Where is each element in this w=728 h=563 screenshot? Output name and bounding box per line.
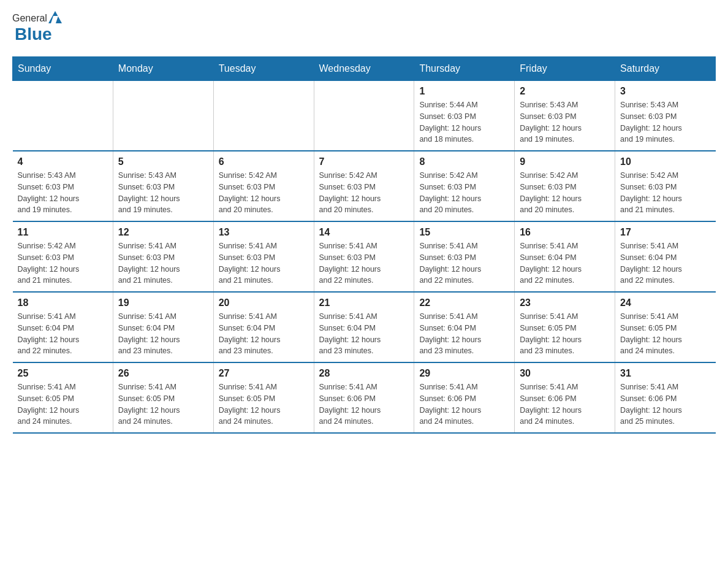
calendar-cell: 25Sunrise: 5:41 AM Sunset: 6:05 PM Dayli… (13, 362, 113, 433)
calendar-cell: 20Sunrise: 5:41 AM Sunset: 6:04 PM Dayli… (213, 292, 314, 362)
week-row-2: 4Sunrise: 5:43 AM Sunset: 6:03 PM Daylig… (13, 151, 716, 221)
day-info: Sunrise: 5:41 AM Sunset: 6:03 PM Dayligh… (319, 240, 409, 286)
day-info: Sunrise: 5:41 AM Sunset: 6:04 PM Dayligh… (118, 311, 208, 357)
calendar-cell: 4Sunrise: 5:43 AM Sunset: 6:03 PM Daylig… (13, 151, 113, 221)
calendar-cell: 18Sunrise: 5:41 AM Sunset: 6:04 PM Dayli… (13, 292, 113, 362)
day-number: 26 (118, 368, 208, 379)
day-number: 3 (620, 86, 710, 97)
day-number: 29 (419, 368, 509, 379)
day-info: Sunrise: 5:41 AM Sunset: 6:04 PM Dayligh… (419, 311, 509, 357)
calendar-cell: 31Sunrise: 5:41 AM Sunset: 6:06 PM Dayli… (615, 362, 716, 433)
calendar-cell: 24Sunrise: 5:41 AM Sunset: 6:05 PM Dayli… (615, 292, 716, 362)
day-number: 9 (520, 156, 610, 167)
calendar-cell: 29Sunrise: 5:41 AM Sunset: 6:06 PM Dayli… (414, 362, 515, 433)
calendar-cell (113, 81, 213, 151)
day-number: 7 (319, 156, 409, 167)
day-info: Sunrise: 5:42 AM Sunset: 6:03 PM Dayligh… (18, 240, 108, 286)
calendar-cell: 3Sunrise: 5:43 AM Sunset: 6:03 PM Daylig… (615, 81, 716, 151)
day-info: Sunrise: 5:41 AM Sunset: 6:04 PM Dayligh… (620, 240, 710, 286)
page-header: General Blue (12, 12, 716, 44)
day-number: 10 (620, 156, 710, 167)
day-number: 25 (18, 368, 108, 379)
calendar-cell: 9Sunrise: 5:42 AM Sunset: 6:03 PM Daylig… (515, 151, 615, 221)
day-number: 28 (319, 368, 409, 379)
day-info: Sunrise: 5:41 AM Sunset: 6:06 PM Dayligh… (319, 381, 409, 427)
logo-general-text: General (12, 13, 47, 24)
day-info: Sunrise: 5:42 AM Sunset: 6:03 PM Dayligh… (620, 170, 710, 216)
calendar-cell: 10Sunrise: 5:42 AM Sunset: 6:03 PM Dayli… (615, 151, 716, 221)
day-number: 16 (520, 227, 610, 238)
day-number: 20 (219, 297, 309, 308)
calendar-cell (314, 81, 414, 151)
day-number: 22 (419, 297, 509, 308)
day-info: Sunrise: 5:41 AM Sunset: 6:06 PM Dayligh… (620, 381, 710, 427)
day-number: 17 (620, 227, 710, 238)
day-info: Sunrise: 5:42 AM Sunset: 6:03 PM Dayligh… (319, 170, 409, 216)
day-info: Sunrise: 5:41 AM Sunset: 6:03 PM Dayligh… (419, 240, 509, 286)
day-number: 31 (620, 368, 710, 379)
day-number: 24 (620, 297, 710, 308)
calendar-cell: 21Sunrise: 5:41 AM Sunset: 6:04 PM Dayli… (314, 292, 414, 362)
calendar-cell (213, 81, 314, 151)
day-info: Sunrise: 5:41 AM Sunset: 6:05 PM Dayligh… (18, 381, 108, 427)
logo: General Blue (12, 12, 62, 44)
logo-blue-text: Blue (15, 25, 62, 44)
day-number: 1 (419, 86, 509, 97)
day-number: 27 (219, 368, 309, 379)
day-info: Sunrise: 5:42 AM Sunset: 6:03 PM Dayligh… (419, 170, 509, 216)
day-number: 23 (520, 297, 610, 308)
weekday-header-row: SundayMondayTuesdayWednesdayThursdayFrid… (13, 57, 716, 81)
weekday-header-tuesday: Tuesday (213, 57, 314, 81)
day-info: Sunrise: 5:41 AM Sunset: 6:03 PM Dayligh… (219, 240, 309, 286)
day-number: 30 (520, 368, 610, 379)
day-number: 2 (520, 86, 610, 97)
calendar-cell: 27Sunrise: 5:41 AM Sunset: 6:05 PM Dayli… (213, 362, 314, 433)
day-number: 8 (419, 156, 509, 167)
day-info: Sunrise: 5:41 AM Sunset: 6:05 PM Dayligh… (118, 381, 208, 427)
calendar-cell: 5Sunrise: 5:43 AM Sunset: 6:03 PM Daylig… (113, 151, 213, 221)
calendar-cell: 30Sunrise: 5:41 AM Sunset: 6:06 PM Dayli… (515, 362, 615, 433)
calendar-cell: 22Sunrise: 5:41 AM Sunset: 6:04 PM Dayli… (414, 292, 515, 362)
day-info: Sunrise: 5:43 AM Sunset: 6:03 PM Dayligh… (520, 99, 610, 145)
day-number: 18 (18, 297, 108, 308)
day-info: Sunrise: 5:41 AM Sunset: 6:06 PM Dayligh… (419, 381, 509, 427)
day-info: Sunrise: 5:43 AM Sunset: 6:03 PM Dayligh… (18, 170, 108, 216)
week-row-5: 25Sunrise: 5:41 AM Sunset: 6:05 PM Dayli… (13, 362, 716, 433)
calendar-cell: 26Sunrise: 5:41 AM Sunset: 6:05 PM Dayli… (113, 362, 213, 433)
calendar-cell: 15Sunrise: 5:41 AM Sunset: 6:03 PM Dayli… (414, 221, 515, 292)
day-number: 14 (319, 227, 409, 238)
calendar-cell: 14Sunrise: 5:41 AM Sunset: 6:03 PM Dayli… (314, 221, 414, 292)
weekday-header-wednesday: Wednesday (314, 57, 414, 81)
calendar-cell: 13Sunrise: 5:41 AM Sunset: 6:03 PM Dayli… (213, 221, 314, 292)
day-info: Sunrise: 5:42 AM Sunset: 6:03 PM Dayligh… (219, 170, 309, 216)
calendar-cell: 2Sunrise: 5:43 AM Sunset: 6:03 PM Daylig… (515, 81, 615, 151)
weekday-header-saturday: Saturday (615, 57, 716, 81)
calendar-cell: 6Sunrise: 5:42 AM Sunset: 6:03 PM Daylig… (213, 151, 314, 221)
day-info: Sunrise: 5:41 AM Sunset: 6:05 PM Dayligh… (219, 381, 309, 427)
calendar-cell: 8Sunrise: 5:42 AM Sunset: 6:03 PM Daylig… (414, 151, 515, 221)
day-number: 13 (219, 227, 309, 238)
day-number: 19 (118, 297, 208, 308)
day-number: 21 (319, 297, 409, 308)
day-number: 4 (18, 156, 108, 167)
week-row-1: 1Sunrise: 5:44 AM Sunset: 6:03 PM Daylig… (13, 81, 716, 151)
calendar-cell: 1Sunrise: 5:44 AM Sunset: 6:03 PM Daylig… (414, 81, 515, 151)
weekday-header-monday: Monday (113, 57, 213, 81)
day-number: 12 (118, 227, 208, 238)
weekday-header-sunday: Sunday (13, 57, 113, 81)
calendar-cell: 23Sunrise: 5:41 AM Sunset: 6:05 PM Dayli… (515, 292, 615, 362)
day-info: Sunrise: 5:41 AM Sunset: 6:04 PM Dayligh… (520, 240, 610, 286)
day-number: 15 (419, 227, 509, 238)
logo-icon (48, 11, 62, 23)
calendar-cell: 7Sunrise: 5:42 AM Sunset: 6:03 PM Daylig… (314, 151, 414, 221)
calendar-cell: 16Sunrise: 5:41 AM Sunset: 6:04 PM Dayli… (515, 221, 615, 292)
weekday-header-friday: Friday (515, 57, 615, 81)
week-row-3: 11Sunrise: 5:42 AM Sunset: 6:03 PM Dayli… (13, 221, 716, 292)
day-info: Sunrise: 5:42 AM Sunset: 6:03 PM Dayligh… (520, 170, 610, 216)
calendar-cell: 12Sunrise: 5:41 AM Sunset: 6:03 PM Dayli… (113, 221, 213, 292)
day-number: 6 (219, 156, 309, 167)
day-info: Sunrise: 5:41 AM Sunset: 6:04 PM Dayligh… (18, 311, 108, 357)
day-info: Sunrise: 5:41 AM Sunset: 6:04 PM Dayligh… (319, 311, 409, 357)
day-info: Sunrise: 5:44 AM Sunset: 6:03 PM Dayligh… (419, 99, 509, 145)
day-info: Sunrise: 5:41 AM Sunset: 6:05 PM Dayligh… (520, 311, 610, 357)
